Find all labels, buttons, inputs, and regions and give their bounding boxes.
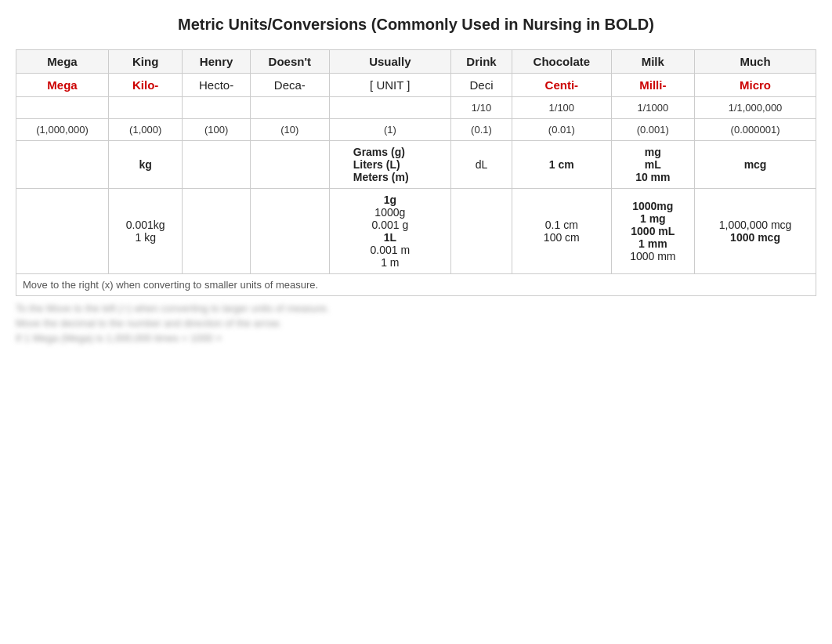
col-king: King <box>108 50 182 74</box>
fraction-row: 1/10 1/100 1/1000 1/1,000,000 <box>16 97 816 119</box>
frac-unit <box>329 97 450 119</box>
mult-deci: (0.1) <box>450 119 512 141</box>
frac-mega <box>16 97 109 119</box>
note-row: Move to the right (x) when converting to… <box>16 274 816 296</box>
conv-kilo: 0.001kg 1 kg <box>108 189 182 274</box>
col-mega: Mega <box>16 50 109 74</box>
unit-deci: dL <box>450 141 512 189</box>
mult-kilo: (1,000) <box>108 119 182 141</box>
conv-hecto <box>183 189 250 274</box>
unit-kilo: kg <box>108 141 182 189</box>
col-milk: Milk <box>611 50 694 74</box>
frac-centi: 1/100 <box>512 97 611 119</box>
mult-micro: (0.000001) <box>695 119 816 141</box>
note-text: Move to the right (x) when converting to… <box>16 274 816 296</box>
col-doesnt: Doesn't <box>250 50 329 74</box>
conv-deca <box>250 189 329 274</box>
col-much: Much <box>695 50 816 74</box>
footer-line-1: To the Move to the left (÷) when convert… <box>16 302 816 314</box>
prefix-row: Mega Kilo- Hecto- Deca- [ UNIT ] Deci Ce… <box>16 74 816 97</box>
col-drink: Drink <box>450 50 512 74</box>
footer-line-3: If 1 Mega (Mega) is 1,000,000 times = 10… <box>16 332 816 344</box>
mult-hecto: (100) <box>183 119 250 141</box>
col-usually: Usually <box>329 50 450 74</box>
col-henry: Henry <box>183 50 250 74</box>
unit-deca <box>250 141 329 189</box>
frac-hecto <box>183 97 250 119</box>
prefix-hecto: Hecto- <box>183 74 250 97</box>
mult-mega: (1,000,000) <box>16 119 109 141</box>
frac-deci: 1/10 <box>450 97 512 119</box>
frac-micro: 1/1,000,000 <box>695 97 816 119</box>
multiplier-row: (1,000,000) (1,000) (100) (10) (1) (0.1)… <box>16 119 816 141</box>
conv-milli: 1000mg 1 mg 1000 mL 1 mm 1000 mm <box>611 189 694 274</box>
mult-milli: (0.001) <box>611 119 694 141</box>
prefix-deci: Deci <box>450 74 512 97</box>
unit-hecto <box>183 141 250 189</box>
conversion-row: 0.001kg 1 kg 1g 1000g 0.001 g 1L 0.001 m… <box>16 189 816 274</box>
unit-milli: mg mL 10 mm <box>611 141 694 189</box>
prefix-milli: Milli- <box>611 74 694 97</box>
frac-kilo <box>108 97 182 119</box>
prefix-deca: Deca- <box>250 74 329 97</box>
metric-table: Mega King Henry Doesn't Usually Drink Ch… <box>16 49 816 296</box>
footer-section: To the Move to the left (÷) when convert… <box>16 302 816 344</box>
unit-mega <box>16 141 109 189</box>
conv-mega <box>16 189 109 274</box>
mnemonic-row: Mega King Henry Doesn't Usually Drink Ch… <box>16 50 816 74</box>
unit-base: Grams (g) Liters (L) Meters (m) <box>329 141 450 189</box>
footer-line-2: Move the decimal to the number and direc… <box>16 317 816 329</box>
conv-micro: 1,000,000 mcg 1000 mcg <box>695 189 816 274</box>
prefix-unit: [ UNIT ] <box>329 74 450 97</box>
mult-unit: (1) <box>329 119 450 141</box>
conv-unit: 1g 1000g 0.001 g 1L 0.001 m 1 m <box>329 189 450 274</box>
prefix-mega: Mega <box>16 74 109 97</box>
prefix-centi: Centi- <box>512 74 611 97</box>
unit-label-row: kg Grams (g) Liters (L) Meters (m) dL 1 … <box>16 141 816 189</box>
conv-centi: 0.1 cm 100 cm <box>512 189 611 274</box>
mult-centi: (0.01) <box>512 119 611 141</box>
col-chocolate: Chocolate <box>512 50 611 74</box>
unit-micro: mcg <box>695 141 816 189</box>
page-title: Metric Units/Conversions (Commonly Used … <box>16 16 816 34</box>
frac-milli: 1/1000 <box>611 97 694 119</box>
frac-deca <box>250 97 329 119</box>
prefix-micro: Micro <box>695 74 816 97</box>
unit-centi: 1 cm <box>512 141 611 189</box>
mult-deca: (10) <box>250 119 329 141</box>
conv-deci <box>450 189 512 274</box>
prefix-kilo: Kilo- <box>108 74 182 97</box>
